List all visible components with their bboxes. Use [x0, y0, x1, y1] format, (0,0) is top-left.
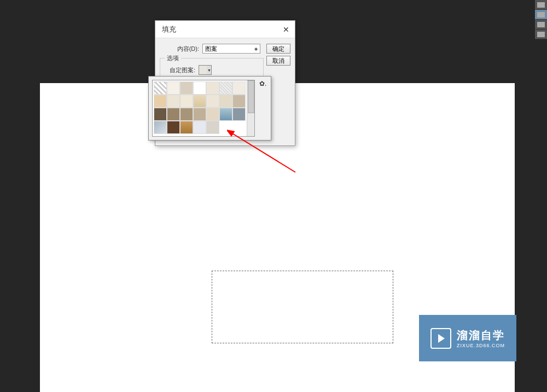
pattern-item[interactable] — [167, 108, 180, 121]
panel-icon — [537, 12, 545, 17]
watermark-main: 溜溜自学 — [457, 328, 505, 343]
pattern-item[interactable] — [154, 108, 167, 121]
panel-icon — [537, 32, 545, 37]
content-dropdown[interactable]: 图案 ◆ — [202, 44, 260, 54]
pattern-item[interactable] — [180, 95, 193, 108]
panel-tab[interactable] — [535, 20, 547, 30]
pattern-item[interactable] — [167, 95, 180, 108]
pattern-item[interactable] — [206, 81, 219, 95]
play-icon — [430, 328, 451, 349]
swatch-preview — [199, 66, 207, 74]
pattern-grid — [153, 80, 247, 136]
pattern-item[interactable] — [232, 81, 246, 95]
panel-icon — [537, 2, 545, 8]
pattern-label: 自定图案: — [165, 66, 199, 74]
dialog-title: 填充 — [160, 25, 176, 34]
panel-tab[interactable] — [535, 0, 547, 10]
watermark-text: 溜溜自学 ZIXUE.3D66.COM — [457, 328, 505, 348]
pattern-item[interactable] — [206, 108, 219, 121]
pattern-item[interactable] — [167, 121, 180, 134]
pattern-item[interactable] — [193, 95, 206, 108]
pattern-item[interactable] — [206, 121, 219, 134]
pattern-item[interactable] — [154, 81, 167, 95]
pattern-item[interactable] — [154, 121, 167, 134]
content-label: 内容(D): — [160, 45, 202, 53]
panel-tab[interactable] — [535, 10, 547, 20]
pattern-item[interactable] — [219, 108, 232, 121]
pattern-item[interactable] — [206, 95, 219, 108]
close-icon[interactable]: ✕ — [282, 25, 290, 34]
pattern-item[interactable] — [154, 95, 167, 108]
pattern-row: 自定图案: ▼ — [165, 65, 259, 75]
pattern-item[interactable] — [219, 81, 232, 95]
scrollbar[interactable] — [247, 80, 254, 136]
panel-tab[interactable] — [535, 30, 547, 39]
gear-icon[interactable]: ✿. — [259, 80, 266, 137]
cancel-button[interactable]: 取消 — [266, 56, 290, 66]
play-triangle — [438, 334, 445, 343]
chevron-down-icon: ◆ — [254, 46, 258, 51]
ok-button[interactable]: 确定 — [266, 44, 290, 54]
pattern-item[interactable] — [219, 95, 232, 108]
options-label: 选项 — [165, 54, 181, 62]
watermark-badge: 溜溜自学 ZIXUE.3D66.COM — [419, 315, 516, 361]
dialog-buttons: 确定 取消 — [266, 44, 290, 66]
pattern-item[interactable] — [180, 108, 193, 121]
pattern-item[interactable] — [193, 121, 206, 134]
selection-marquee — [212, 271, 393, 343]
pattern-item[interactable] — [232, 95, 246, 108]
pattern-item[interactable] — [193, 108, 206, 121]
pattern-item[interactable] — [180, 81, 193, 95]
pattern-item[interactable] — [167, 81, 180, 95]
scroll-thumb[interactable] — [248, 80, 254, 113]
pattern-swatch-dropdown[interactable]: ▼ — [199, 65, 212, 75]
content-value: 图案 — [205, 45, 217, 53]
pattern-item[interactable] — [180, 121, 193, 134]
watermark-sub: ZIXUE.3D66.COM — [457, 343, 505, 348]
right-panel-tabs — [535, 0, 547, 39]
pattern-picker-popup: ✿. — [148, 76, 271, 141]
pattern-grid-container — [152, 80, 255, 137]
panel-icon — [537, 22, 545, 27]
chevron-down-icon: ▼ — [207, 68, 211, 72]
dialog-titlebar[interactable]: 填充 ✕ — [155, 21, 295, 38]
pattern-item[interactable] — [193, 81, 206, 95]
pattern-item[interactable] — [232, 108, 246, 121]
